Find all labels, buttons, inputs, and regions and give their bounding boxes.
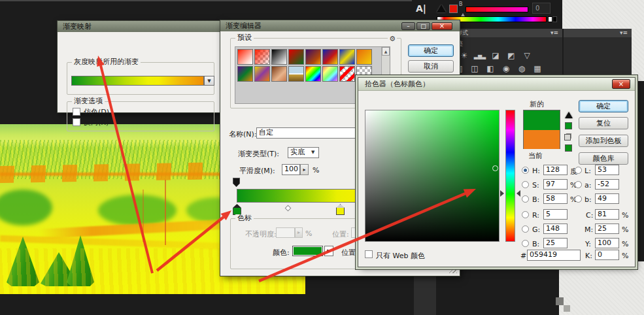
exposure-icon[interactable]: ◩ (503, 50, 519, 61)
lab-b-field[interactable]: 49 (595, 193, 619, 204)
current-color-swatch[interactable] (524, 130, 560, 149)
color-field-marker[interactable] (492, 165, 498, 171)
color-field[interactable] (365, 110, 500, 242)
g-field[interactable]: 148 (543, 224, 568, 234)
photo-filter-icon[interactable]: ◉ (498, 63, 514, 75)
l-field[interactable]: 53 (595, 165, 619, 175)
rgb-b-field[interactable]: 25 (543, 238, 568, 248)
web-safe-proxy-swatch[interactable] (565, 144, 572, 152)
s-radio[interactable] (522, 181, 529, 188)
new-color-swatch (524, 110, 560, 130)
smoothness-spinner[interactable]: ▸ (300, 164, 309, 175)
channel-value-field[interactable]: 0 (532, 3, 551, 14)
stop-opacity-spinner[interactable]: ▸ (295, 227, 303, 238)
gradient-preset[interactable] (322, 66, 338, 82)
rgb-b-radio[interactable] (522, 240, 529, 247)
gamut-proxy-swatch[interactable] (565, 122, 572, 129)
web-colors-checkbox[interactable] (365, 250, 373, 258)
black-white-icon[interactable]: ◧ (483, 63, 498, 75)
reverse-checkbox[interactable] (73, 118, 80, 126)
a-radio[interactable] (575, 181, 582, 188)
hex-field[interactable]: 059419 (527, 250, 581, 261)
hue-marker-left-icon[interactable] (500, 190, 504, 197)
l-radio[interactable] (575, 167, 582, 174)
color-picker-titlebar[interactable]: 拾色器（色标颜色） (358, 78, 635, 91)
g-radio[interactable] (522, 225, 529, 233)
panel-menu-icon[interactable]: ▾≡ (551, 29, 558, 37)
c-field[interactable]: 81 (595, 209, 619, 220)
gradient-map-titlebar[interactable]: 渐变映射 (58, 21, 222, 32)
panel-menu-icon[interactable]: ▾≡ (620, 29, 628, 37)
gradient-preset[interactable] (271, 49, 287, 65)
color-lookup-icon[interactable]: ▦ (530, 63, 545, 75)
panel-tab[interactable]: ▾≡ (564, 29, 632, 37)
gradient-preset[interactable] (254, 66, 270, 82)
midpoint-diamond[interactable] (285, 205, 292, 212)
maximize-button[interactable]: □ (416, 22, 430, 30)
gradient-preset[interactable] (288, 66, 304, 82)
h-field[interactable]: 128 (543, 165, 568, 175)
r-label: R: (532, 211, 539, 220)
color-balance-icon[interactable]: ◫ (467, 63, 483, 75)
y-field[interactable]: 100 (595, 238, 619, 248)
curves-icon[interactable]: ◪ (488, 50, 503, 61)
s-field[interactable]: 97 (543, 179, 568, 190)
presets-menu-gear-icon[interactable]: ⚙ (388, 35, 397, 43)
gradient-preset[interactable] (339, 49, 355, 65)
hue-slider[interactable] (505, 110, 515, 242)
white-swatch[interactable] (548, 16, 552, 22)
gradient-preset[interactable] (305, 49, 321, 65)
desktop-background (632, 29, 644, 81)
reset-button[interactable]: 复位 (579, 117, 628, 129)
gradient-preset[interactable] (288, 49, 304, 65)
close-button[interactable]: × (432, 22, 452, 30)
gradient-preview-bar[interactable] (71, 76, 204, 86)
gradient-preset[interactable] (339, 66, 355, 82)
gradient-dropdown-button[interactable]: ▼ (204, 76, 214, 86)
ok-button[interactable]: 确定 (408, 44, 454, 57)
gamut-warning-icon[interactable] (565, 112, 573, 118)
vibrance-icon[interactable]: ▽ (519, 50, 535, 61)
r-radio[interactable] (522, 211, 529, 218)
opacity-stop[interactable] (233, 178, 240, 187)
hue-marker-right-icon[interactable] (517, 190, 520, 197)
gradient-group: 灰度映射所用的渐变 ▼ (67, 62, 214, 95)
m-field[interactable]: 25 (595, 224, 619, 234)
color-libraries-button[interactable]: 颜色库 (579, 152, 628, 165)
adjustments-panel-title: 整 (449, 37, 562, 50)
percent-sign: % (305, 229, 312, 238)
a-field[interactable]: -52 (595, 179, 619, 190)
r-field[interactable]: 5 (543, 209, 568, 220)
b-radio[interactable] (522, 195, 529, 203)
gradient-preset[interactable] (237, 49, 253, 65)
dither-checkbox[interactable] (73, 108, 80, 116)
type-tool-panel-icon[interactable]: A| (416, 3, 426, 14)
add-to-swatches-button[interactable]: 添加到色板 (579, 135, 628, 147)
close-button[interactable]: × (612, 79, 630, 89)
gradient-preset[interactable] (356, 49, 372, 65)
styles-panel-tab[interactable]: 样式 ▾≡ (449, 29, 562, 37)
lab-b-radio[interactable] (575, 195, 582, 203)
gradient-preset[interactable] (237, 66, 253, 82)
stop-color-flyout-button[interactable]: ▶ (324, 246, 333, 256)
gamut-color-swatch[interactable] (449, 5, 458, 13)
cancel-button[interactable]: 取消 (408, 60, 454, 73)
color-stop-right[interactable] (336, 204, 345, 215)
ok-button[interactable]: 确定 (579, 100, 628, 112)
gradient-preset[interactable] (305, 66, 321, 82)
h-radio[interactable] (522, 167, 529, 174)
blue-channel-slider[interactable] (466, 7, 528, 12)
levels-icon[interactable]: ▃▆▃ (472, 51, 488, 63)
b-field[interactable]: 58 (543, 193, 568, 204)
channel-mixer-icon[interactable]: ◍ (514, 63, 530, 75)
gradient-preset[interactable] (322, 49, 338, 65)
stop-color-swatch[interactable] (292, 246, 323, 256)
smoothness-field[interactable]: 100 (282, 164, 300, 175)
k-field[interactable]: 0 (595, 250, 619, 260)
minimize-button[interactable]: – (401, 22, 415, 30)
web-safe-cube-icon[interactable] (564, 134, 571, 141)
gradient-preset[interactable] (254, 49, 270, 65)
gradient-preset[interactable] (271, 66, 287, 82)
stop-opacity-field[interactable] (276, 227, 295, 238)
black-swatch[interactable] (552, 16, 557, 22)
